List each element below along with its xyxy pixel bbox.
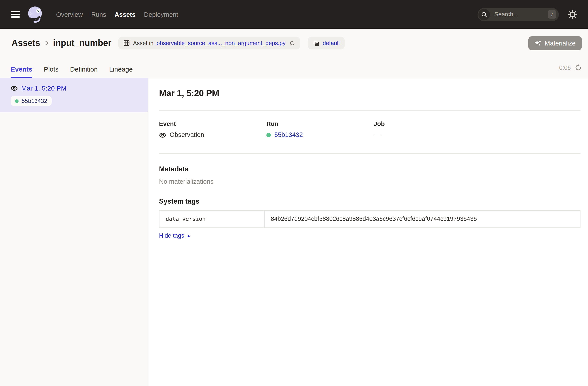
event-detail: Mar 1, 5:20 PM Event Observation [148,78,588,386]
repo-icon [313,40,320,46]
event-list-item[interactable]: Mar 1, 5:20 PM 55b13432 [0,78,148,112]
tab-definition[interactable]: Definition [70,57,98,78]
metadata-empty-text: No materializations [159,178,581,186]
search-icon [479,9,490,20]
events-sidebar: Mar 1, 5:20 PM 55b13432 [0,78,148,386]
refresh-countdown: 0:06 [559,57,582,78]
dagster-logo-icon[interactable] [26,5,45,24]
gear-icon[interactable] [568,10,577,19]
search-box[interactable]: / [478,8,559,21]
materialize-label: Materialize [545,40,576,47]
event-timestamp-link[interactable]: Mar 1, 5:20 PM [21,84,66,92]
run-column: Run 55b13432 [266,120,374,139]
page-header: Assets input_number Asset in observable_… [0,29,588,78]
job-column: Job — [374,120,581,139]
refresh-icon[interactable] [575,64,582,71]
metadata-heading: Metadata [159,165,581,174]
primary-nav: Overview Runs Assets Deployment [56,11,178,18]
tab-lineage[interactable]: Lineage [109,57,133,78]
breadcrumb: Assets input_number Asset in observable_… [0,29,588,57]
menu-icon[interactable] [11,11,20,18]
header-tags: Asset in observable_source_ass..._non_ar… [118,37,345,49]
top-nav: Overview Runs Assets Deployment / [0,0,588,29]
nav-overview[interactable]: Overview [56,11,83,18]
run-badge-id: 55b13432 [22,98,47,104]
page-title: input_number [53,38,111,48]
run-column-label: Run [266,120,374,128]
run-status-dot [15,99,19,103]
tab-events[interactable]: Events [11,57,32,78]
run-badge[interactable]: 55b13432 [11,96,52,106]
nav-assets[interactable]: Assets [115,11,136,18]
asset-file-link[interactable]: observable_source_ass..._non_argument_de… [157,40,286,46]
reload-definition-icon[interactable] [290,40,295,46]
event-summary-columns: Event Observation Run [159,111,581,139]
materialize-button[interactable]: Materialize [528,36,582,50]
job-value: — [374,131,380,139]
code-location-link[interactable]: default [323,40,340,46]
event-column-label: Event [159,120,266,128]
countdown-value: 0:06 [559,64,571,71]
tab-plots[interactable]: Plots [44,57,59,78]
code-location-tag: default [308,37,345,49]
tab-bar: Events Plots Definition Lineage 0:06 [0,57,588,78]
caret-up-icon: ▲ [187,234,190,237]
run-id-link[interactable]: 55b13432 [274,131,303,139]
search-shortcut-badge: / [548,10,556,19]
search-input[interactable] [493,11,548,18]
nav-runs[interactable]: Runs [91,11,106,18]
asset-tag-prefix: Asset in [133,40,153,46]
job-column-label: Job [374,120,581,128]
observation-eye-icon [159,131,166,139]
system-tag-key: data_version [160,211,265,227]
asset-definition-tag: Asset in observable_source_ass..._non_ar… [118,37,300,49]
breadcrumb-assets[interactable]: Assets [11,38,40,48]
event-title: Mar 1, 5:20 PM [159,88,581,99]
system-tags-heading: System tags [159,197,581,206]
event-type-value: Observation [170,131,204,139]
divider [159,153,581,154]
table-grid-icon [123,40,130,46]
dagster-app: Overview Runs Assets Deployment / [0,0,588,386]
system-tag-value: 84b26d7d9204cbf588026c8a9886d403a6c9637c… [265,211,580,227]
event-column: Event Observation [159,120,266,139]
hide-tags-link[interactable]: Hide tags ▲ [159,232,190,239]
observation-eye-icon [11,84,18,92]
page-body: Mar 1, 5:20 PM 55b13432 Mar 1, 5:20 PM E… [0,78,588,386]
sparkle-icon [535,40,541,46]
run-status-dot [266,133,271,137]
chevron-right-icon [43,40,50,46]
nav-deployment[interactable]: Deployment [144,11,178,18]
system-tags-table: data_version 84b26d7d9204cbf588026c8a988… [159,210,581,228]
